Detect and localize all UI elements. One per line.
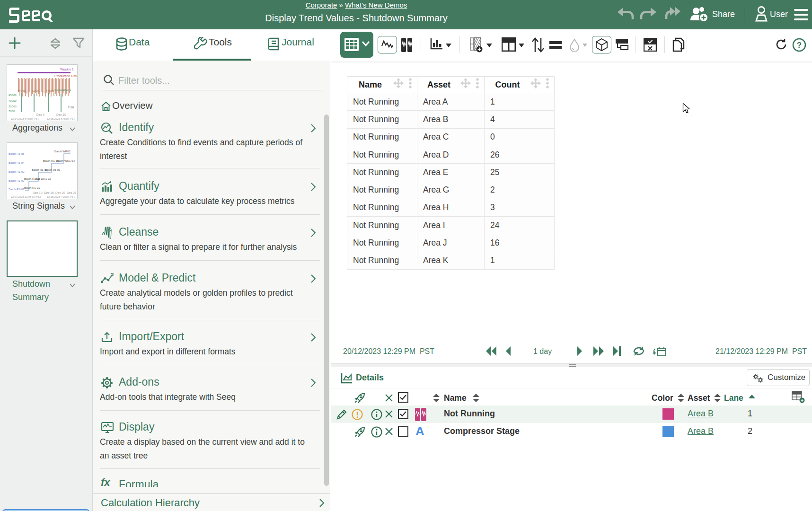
svg-text:Batch R1-04: Batch R1-04 [9,161,25,164]
svg-text:35000: 35000 [9,105,17,108]
svg-text:Batch R1-05: Batch R1-05 [9,152,25,155]
svg-text:Batch WR05: Batch WR05 [54,150,71,153]
svg-text:Batch R1-01: Batch R1-01 [24,186,40,189]
svg-text:12/14/2023 8:45am PST: 12/14/2023 8:45am PST [11,117,39,120]
svg-text:Batch R1-01: Batch R1-01 [9,188,25,191]
svg-text:Dec 15: Dec 15 [44,191,54,194]
svg-text:Batch 06-03: Batch 06-03 [45,168,61,171]
svg-text:Dec 10: Dec 10 [33,191,43,194]
svg-text:?: ? [797,41,802,50]
svg-text:Dec 21: Dec 21 [67,191,77,194]
svg-text:12/16/2023 7:00am PST: 12/16/2023 7:00am PST [47,195,75,198]
svg-text:Bat WR1-02: Bat WR1-02 [35,177,51,180]
svg-text:Production Rate: Production Rate [54,74,77,78]
svg-text:Batch R1-03: Batch R1-03 [9,170,25,173]
svg-text:Batch R1-02: Batch R1-02 [9,179,25,182]
svg-text:7168: 7168 [68,106,74,109]
svg-text:12/07/2023 12:08 am PST: 12/07/2023 12:08 am PST [11,195,42,198]
svg-text:Dec 20: Dec 20 [55,191,65,194]
svg-text:Weekly 1: Weekly 1 [60,68,74,71]
svg-text:Batch WR1-04: Batch WR1-04 [56,159,75,162]
svg-text:13035: 13035 [46,90,54,93]
svg-text:7000: 7000 [9,110,15,113]
svg-text:7373M: 7373M [18,90,26,93]
svg-text:Dec 10: Dec 10 [56,113,66,116]
svg-text:45000: 45000 [9,94,17,97]
svg-text:Dec 4: Dec 4 [36,113,44,116]
svg-text:14660: 14660 [32,90,40,93]
svg-text:40000: 40000 [9,99,17,102]
svg-text:Cumulative 1: Cumulative 1 [54,88,71,91]
svg-text:12/16/2023 8:45am PST: 12/16/2023 8:45am PST [47,117,75,120]
